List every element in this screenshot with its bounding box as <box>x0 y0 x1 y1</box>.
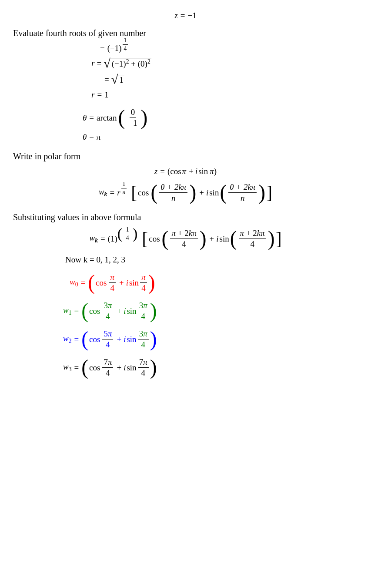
paren-right5: ) <box>268 229 275 248</box>
pi-val: π <box>97 132 101 142</box>
theta1: θ <box>83 113 87 123</box>
paren-left2: ( <box>150 183 157 202</box>
section2-title: Write in polar form <box>13 151 358 161</box>
one-val: 1 <box>104 90 109 100</box>
big-paren-left1: ( <box>118 108 125 127</box>
paren-left5: ( <box>230 229 237 248</box>
equals1: = <box>100 44 105 53</box>
r-var1: r <box>91 59 94 68</box>
big-bracket-left: [ <box>131 184 137 202</box>
w2-label: w2 <box>63 334 72 345</box>
paren-right4: ) <box>200 229 207 248</box>
eq3: = <box>104 75 109 84</box>
wk-subst: wk <box>89 233 98 245</box>
paren-left3: ( <box>220 183 227 202</box>
r-var2: r <box>91 90 94 100</box>
big-bracket-left2: [ <box>142 230 148 248</box>
paren-right2: ) <box>189 183 196 202</box>
section1-title: Evaluate fourth roots of given number <box>13 28 358 38</box>
theta2: θ <box>83 132 87 142</box>
big-bracket-right2: ] <box>276 230 282 248</box>
negative-one: −1 <box>187 11 196 20</box>
now-k: Now k = 0, 1, 2, 3 <box>65 255 125 265</box>
eq6: = <box>89 132 94 142</box>
one-fourth-exp2: ( 1 4 ) <box>117 226 137 242</box>
w0-label: w0 <box>70 277 78 289</box>
sqrt-one: √ 1 <box>111 73 124 87</box>
w3-label: w3 <box>63 362 72 373</box>
wk-label: wk <box>99 187 107 198</box>
big-bracket-right: ] <box>266 184 272 202</box>
eq4: = <box>97 90 102 100</box>
one-fourth-exp: 1 4 <box>122 37 129 52</box>
w1-label: w1 <box>63 306 72 317</box>
arctan-label: arctan <box>97 113 117 123</box>
eq5: = <box>89 113 94 123</box>
big-paren-right1: ) <box>141 108 148 127</box>
z-polar: z <box>154 167 157 176</box>
one-over-n-exp: 1 n <box>120 181 128 196</box>
paren-right3: ) <box>258 183 265 202</box>
sqrt-expr: √ (−1)2 + (0)2 <box>104 57 151 71</box>
r-base: r <box>117 188 120 198</box>
neg-one-base: (−1) <box>107 44 122 53</box>
arctan-frac: 0 −1 <box>127 108 138 128</box>
equals-sign: = <box>180 11 185 20</box>
eq2: = <box>97 59 101 68</box>
section3-title: Substituting values in above formula <box>13 212 358 222</box>
paren-left4: ( <box>162 229 169 248</box>
z-equals: z <box>174 11 177 20</box>
